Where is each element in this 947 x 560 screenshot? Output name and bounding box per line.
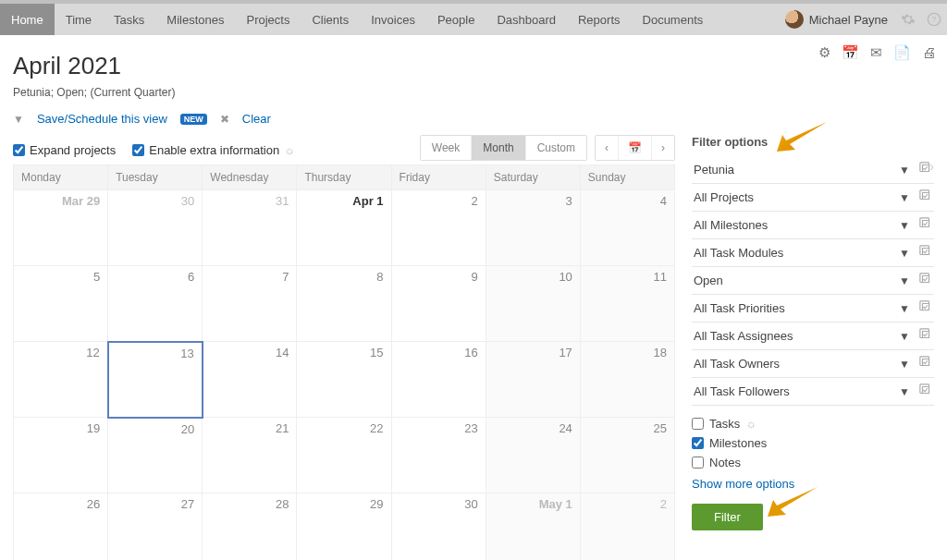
calendar-cell[interactable]: 21 xyxy=(203,418,297,493)
calendar-cell[interactable]: 22 xyxy=(297,418,391,493)
filter-dropdown[interactable]: Petunia▼ xyxy=(692,156,934,184)
calendar-cell[interactable]: Apr 1 xyxy=(297,190,391,266)
calendar-cell[interactable]: 5 xyxy=(14,266,108,342)
calendar-cell[interactable]: 8 xyxy=(297,266,391,342)
filter-dropdown[interactable]: All Task Followers▼ xyxy=(692,378,934,406)
clear-link[interactable]: Clear xyxy=(242,112,271,126)
calendar-cell[interactable]: 7 xyxy=(203,266,297,342)
page-title: April 2021 xyxy=(13,52,934,80)
filter-label: All Projects xyxy=(694,190,890,204)
nav-milestones[interactable]: Milestones xyxy=(155,4,235,35)
multiselect-icon[interactable] xyxy=(919,356,934,371)
calendar-cell[interactable]: May 1 xyxy=(486,493,580,561)
notes-checkbox[interactable]: Notes xyxy=(692,456,934,469)
chevron-down-icon[interactable]: ▼ xyxy=(895,219,914,232)
filter-label: All Task Assignees xyxy=(694,329,890,343)
help-icon[interactable]: ? xyxy=(921,4,947,35)
nav-invoices[interactable]: Invoices xyxy=(360,4,426,35)
calendar-cell[interactable]: 30 xyxy=(108,190,203,266)
nav-documents[interactable]: Documents xyxy=(632,4,715,35)
nav-dashboard[interactable]: Dashboard xyxy=(486,4,567,35)
filter-button[interactable]: Filter xyxy=(692,504,763,530)
calendar-cell[interactable]: 23 xyxy=(391,418,486,493)
multiselect-icon[interactable] xyxy=(919,383,934,399)
calendar-cell[interactable]: 28 xyxy=(203,493,297,561)
expand-projects-checkbox[interactable]: Expand projects xyxy=(13,143,116,157)
enable-extra-checkbox[interactable]: Enable extra information ☼ xyxy=(132,143,295,157)
multiselect-icon[interactable] xyxy=(919,245,934,261)
calendar-cell[interactable]: 10 xyxy=(486,266,580,342)
multiselect-icon[interactable] xyxy=(919,300,934,316)
milestones-checkbox[interactable]: Milestones xyxy=(692,436,934,450)
gear-icon[interactable] xyxy=(895,4,921,35)
chevron-down-icon[interactable]: ▼ xyxy=(895,247,914,260)
funnel-icon: ▼ xyxy=(13,113,24,126)
custom-button[interactable]: Custom xyxy=(526,136,586,160)
filter-dropdown[interactable]: All Milestones▼ xyxy=(692,212,934,239)
multiselect-icon[interactable] xyxy=(919,217,934,233)
filter-dropdown[interactable]: All Task Modules▼ xyxy=(692,239,934,267)
nav-reports[interactable]: Reports xyxy=(567,4,632,35)
calendar-cell[interactable]: 30 xyxy=(391,493,486,561)
nav-tasks[interactable]: Tasks xyxy=(103,4,155,35)
top-nav: HomeTimeTasksMilestonesProjectsClientsIn… xyxy=(0,4,947,35)
calendar-cell[interactable]: 2 xyxy=(580,493,674,561)
calendar-cell[interactable]: 16 xyxy=(391,342,486,418)
next-button[interactable]: › xyxy=(652,136,674,160)
chevron-down-icon[interactable]: ▼ xyxy=(895,385,914,398)
calendar-cell[interactable]: 25 xyxy=(580,418,674,493)
filter-label: All Milestones xyxy=(694,218,890,232)
calendar-cell[interactable]: 26 xyxy=(14,493,108,561)
calendar-cell[interactable]: 27 xyxy=(108,493,203,561)
calendar-cell[interactable]: 4 xyxy=(580,190,674,266)
prev-button[interactable]: ‹ xyxy=(596,136,619,160)
multiselect-icon[interactable] xyxy=(919,162,934,177)
tasks-checkbox[interactable]: Tasks ☼ xyxy=(692,417,934,431)
filter-dropdown[interactable]: All Task Assignees▼ xyxy=(692,323,934,350)
calendar-cell[interactable]: 6 xyxy=(108,266,203,342)
calendar-cell[interactable]: 13 xyxy=(108,342,203,418)
calendar-cell[interactable]: 9 xyxy=(391,266,486,342)
multiselect-icon[interactable] xyxy=(919,273,934,288)
calendar-cell[interactable]: 11 xyxy=(580,266,674,342)
highlight-arrow-2 xyxy=(764,485,819,521)
calendar-cell[interactable]: 31 xyxy=(203,190,297,266)
calendar-cell[interactable]: 2 xyxy=(391,190,486,266)
nav-home[interactable]: Home xyxy=(0,4,55,35)
filter-label: Petunia xyxy=(694,163,890,177)
week-button[interactable]: Week xyxy=(421,136,472,160)
today-button[interactable]: 📅 xyxy=(619,136,652,160)
calendar-cell[interactable]: 19 xyxy=(14,418,108,493)
avatar xyxy=(785,10,804,29)
filter-dropdown[interactable]: All Task Owners▼ xyxy=(692,350,934,378)
nav-clients[interactable]: Clients xyxy=(301,4,360,35)
calendar-cell[interactable]: 12 xyxy=(14,342,108,418)
chevron-down-icon[interactable]: ▼ xyxy=(895,358,914,371)
filter-dropdown[interactable]: All Task Priorities▼ xyxy=(692,295,934,323)
calendar-cell[interactable]: 29 xyxy=(297,493,391,561)
nav-projects[interactable]: Projects xyxy=(235,4,301,35)
chevron-down-icon[interactable]: ▼ xyxy=(895,274,914,287)
multiselect-icon[interactable] xyxy=(919,189,934,205)
nav-people[interactable]: People xyxy=(426,4,486,35)
nav-time[interactable]: Time xyxy=(55,4,103,35)
calendar-cell[interactable]: 20 xyxy=(108,418,203,493)
show-more-link[interactable]: Show more options xyxy=(692,477,794,491)
filter-dropdown[interactable]: All Projects▼ xyxy=(692,184,934,212)
calendar-cell[interactable]: Mar 29 xyxy=(14,190,108,266)
calendar-cell[interactable]: 3 xyxy=(486,190,580,266)
multiselect-icon[interactable] xyxy=(919,328,934,344)
calendar-cell[interactable]: 15 xyxy=(297,342,391,418)
user-menu[interactable]: Michael Payne xyxy=(778,4,895,35)
calendar-cell[interactable]: 17 xyxy=(486,342,580,418)
save-view-link[interactable]: Save/Schedule this view xyxy=(37,112,167,126)
filter-dropdown[interactable]: Open▼ xyxy=(692,267,934,295)
calendar-cell[interactable]: 24 xyxy=(486,418,580,493)
chevron-down-icon[interactable]: ▼ xyxy=(895,191,914,204)
chevron-down-icon[interactable]: ▼ xyxy=(895,164,914,177)
month-button[interactable]: Month xyxy=(472,136,525,160)
chevron-down-icon[interactable]: ▼ xyxy=(895,302,914,315)
chevron-down-icon[interactable]: ▼ xyxy=(895,330,914,343)
calendar-cell[interactable]: 14 xyxy=(203,342,297,418)
calendar-cell[interactable]: 18 xyxy=(580,342,674,418)
